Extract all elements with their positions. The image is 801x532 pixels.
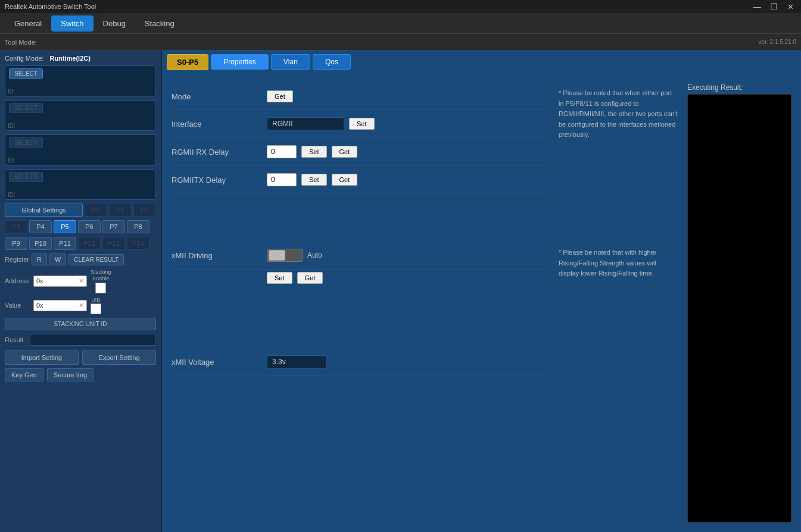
close-button[interactable]: ✕ bbox=[785, 2, 796, 11]
config-mode-label: Config Mode: bbox=[5, 55, 43, 62]
config-mode-row: Config Mode: Runtime(I2C) bbox=[5, 55, 156, 62]
rgmii-rx-delay-set-button[interactable]: Set bbox=[301, 146, 327, 158]
port-p11[interactable]: P11 bbox=[54, 237, 76, 250]
interface-row: Interface RGMII Set bbox=[172, 110, 549, 138]
xmii-driving-slider[interactable] bbox=[267, 249, 303, 262]
rgmii-tx-delay-set-button[interactable]: Set bbox=[301, 174, 327, 186]
global-settings-button[interactable]: Global Settings bbox=[5, 204, 83, 217]
xmii-slider-container: Auto bbox=[267, 249, 322, 262]
xmii-driving-row: xMII Driving Auto bbox=[172, 242, 549, 270]
port-p1[interactable]: P1 bbox=[109, 204, 132, 217]
value-input-container[interactable]: 0x ✕ bbox=[33, 300, 87, 311]
rgmii-tx-delay-input[interactable] bbox=[267, 173, 297, 186]
rgmii-rx-delay-label: RGMII RX Delay bbox=[172, 148, 267, 157]
port-p0[interactable]: P0 bbox=[85, 204, 107, 217]
w-button[interactable]: W bbox=[49, 254, 66, 265]
menu-general[interactable]: General bbox=[5, 15, 51, 32]
address-row: Address 0x ✕ StackingEnable bbox=[5, 269, 156, 293]
menu-stacking[interactable]: Stacking bbox=[135, 15, 184, 32]
device-slot-4: SELECT ID: bbox=[5, 169, 156, 200]
rgmii-rx-delay-row: RGMII RX Delay Set Get bbox=[172, 138, 549, 166]
import-setting-button[interactable]: Import Setting bbox=[5, 351, 79, 365]
device-slot-3: SELECT ID: bbox=[5, 134, 156, 165]
titlebar: Realtek Automotive Switch Tool — ❐ ✕ bbox=[0, 0, 801, 13]
rgmii-tx-delay-get-button[interactable]: Get bbox=[332, 174, 358, 186]
window-controls: — ❐ ✕ bbox=[751, 2, 796, 11]
device-id-1: ID: bbox=[8, 88, 15, 95]
interface-set-button[interactable]: Set bbox=[349, 118, 375, 130]
select-button-4[interactable]: SELECT bbox=[9, 172, 43, 182]
xmii-driving-get-button[interactable]: Get bbox=[297, 272, 323, 284]
device-id-3: ID: bbox=[8, 157, 15, 164]
stacking-enable-col: StackingEnable bbox=[91, 269, 111, 293]
minimize-button[interactable]: — bbox=[751, 2, 763, 11]
result-input[interactable] bbox=[30, 334, 156, 346]
stacking-enable-checkbox[interactable] bbox=[95, 283, 106, 293]
xmii-driving-auto-label: Auto bbox=[307, 251, 322, 259]
tab-qos[interactable]: Qos bbox=[313, 54, 351, 70]
port-p7[interactable]: P7 bbox=[102, 220, 125, 233]
address-input-container[interactable]: 0x ✕ bbox=[33, 276, 87, 287]
interface-dropdown[interactable]: RGMII bbox=[267, 117, 344, 130]
rgmii-rx-delay-get-button[interactable]: Get bbox=[332, 146, 358, 158]
select-button-2[interactable]: SELECT bbox=[9, 103, 43, 113]
device-slot-2: SELECT ID: bbox=[5, 100, 156, 131]
address-label: Address bbox=[5, 277, 30, 284]
xmii-voltage-label: xMII Voltage bbox=[172, 358, 267, 367]
port-p13[interactable]: P13 bbox=[102, 237, 125, 250]
tab-properties[interactable]: Properties bbox=[211, 54, 269, 70]
uid-checkbox[interactable] bbox=[91, 303, 101, 314]
stacking-unit-id-button[interactable]: STACKING UNIT ID bbox=[5, 318, 156, 330]
r-button[interactable]: R bbox=[32, 254, 47, 265]
xmii-driving-controls: Auto bbox=[267, 249, 322, 262]
address-value: 0x bbox=[36, 277, 43, 284]
port-p9[interactable]: P9 bbox=[5, 237, 27, 250]
exec-result-label: Executing Result: bbox=[687, 83, 791, 92]
secure-img-button[interactable]: Secure Img bbox=[47, 368, 93, 381]
address-clear-icon[interactable]: ✕ bbox=[79, 277, 84, 285]
restore-button[interactable]: ❐ bbox=[768, 2, 780, 11]
port-p6[interactable]: P6 bbox=[78, 220, 101, 233]
menu-switch[interactable]: Switch bbox=[51, 15, 93, 32]
mode-controls: Get bbox=[267, 90, 293, 102]
uid-col: UID bbox=[91, 297, 101, 314]
xmii-voltage-display[interactable]: 3.3v bbox=[267, 355, 326, 368]
mode-label: Mode bbox=[172, 92, 267, 101]
rgmii-tx-delay-label: RGMIITX Delay bbox=[172, 176, 267, 184]
content-tabs: S0-P5 Properties Vlan Qos bbox=[162, 50, 801, 74]
xmii-driving-buttons: Set Get bbox=[172, 270, 549, 289]
xmii-slider-thumb bbox=[269, 250, 285, 261]
select-button-1[interactable]: SELECT bbox=[9, 68, 43, 79]
device-id-2: ID: bbox=[8, 123, 15, 129]
rgmii-rx-delay-input[interactable] bbox=[267, 145, 297, 158]
register-row: Register R W CLEAR RESULT bbox=[5, 254, 156, 265]
exec-result-panel: Executing Result: bbox=[687, 83, 791, 522]
port-tab-s0p5: S0-P5 bbox=[167, 54, 208, 70]
port-p10[interactable]: P10 bbox=[29, 237, 52, 250]
port-p12[interactable]: P12 bbox=[78, 237, 101, 250]
device-id-4: ID: bbox=[8, 192, 15, 198]
value-clear-icon[interactable]: ✕ bbox=[79, 302, 84, 309]
clear-result-button[interactable]: CLEAR RESULT bbox=[68, 254, 124, 265]
select-button-3[interactable]: SELECT bbox=[9, 137, 43, 148]
key-gen-button[interactable]: Key Gen bbox=[5, 368, 43, 381]
xmii-driving-set-button[interactable]: Set bbox=[267, 272, 292, 284]
port-grid-row3: P9 P10 P11 P12 P13 P14 bbox=[5, 237, 156, 250]
tab-vlan[interactable]: Vlan bbox=[271, 54, 310, 70]
xmii-driving-label: xMII Driving bbox=[172, 251, 267, 260]
toolmode-label: Tool Mode: bbox=[5, 39, 37, 46]
xmii-voltage-controls: 3.3v bbox=[267, 355, 326, 368]
mode-row: Mode Get bbox=[172, 83, 549, 110]
port-p4[interactable]: P4 bbox=[29, 220, 52, 233]
register-label: Register bbox=[5, 256, 29, 263]
port-p14[interactable]: P14 bbox=[127, 237, 149, 250]
port-p3[interactable]: P3 bbox=[5, 220, 27, 233]
port-p5[interactable]: P5 bbox=[54, 220, 76, 233]
port-grid-row2: P3 P4 P5 P6 P7 P8 bbox=[5, 220, 156, 233]
export-setting-button[interactable]: Export Setting bbox=[82, 351, 156, 365]
bottom-buttons-row2: Key Gen Secure Img bbox=[5, 368, 156, 381]
mode-get-button[interactable]: Get bbox=[267, 90, 293, 102]
port-p8[interactable]: P8 bbox=[127, 220, 149, 233]
port-p2[interactable]: P2 bbox=[133, 204, 156, 217]
menu-debug[interactable]: Debug bbox=[93, 15, 135, 32]
